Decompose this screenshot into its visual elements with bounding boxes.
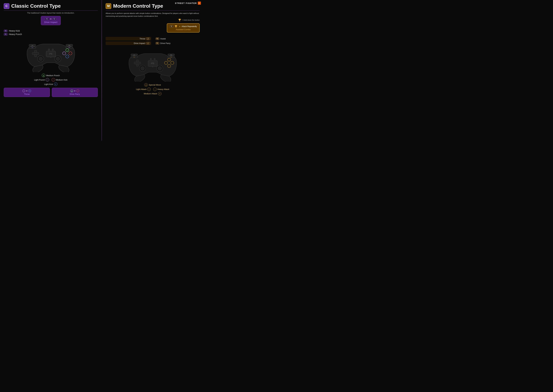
svg-point-40 — [141, 66, 145, 70]
classic-light-punch-item: Light Punch □ — [34, 78, 49, 82]
modern-light-attack-label: Light Attack — [136, 88, 147, 91]
modern-throw-label: Throw — [140, 38, 145, 40]
modern-title: Modern Control Type — [113, 3, 163, 9]
svg-text:□: □ — [64, 52, 65, 54]
modern-heavy-attack-label: Heavy Attack — [157, 88, 169, 91]
classic-medium-punch-label: Medium Punch — [46, 74, 60, 77]
modern-medium-attack-label: Medium Attack — [144, 92, 157, 95]
modern-drive-parry-label: Drive Parry — [160, 42, 170, 44]
svg-text:R2: R2 — [68, 45, 70, 46]
svg-rect-12 — [32, 52, 39, 55]
modern-drive-impact-label: Drive Impact — [134, 42, 145, 44]
classic-subtitle: The traditional 6 button layout that nee… — [4, 12, 98, 14]
classic-drive-parry-label: Drive Parry — [70, 93, 80, 95]
svg-point-8 — [39, 57, 43, 61]
classic-badge: C — [4, 3, 9, 9]
hold-icon: 🏆 — [178, 19, 181, 21]
classic-heavy-punch-row: R1 Heavy Punch — [4, 33, 98, 35]
classic-title: Classic Control Type — [11, 3, 61, 9]
svg-text:R2: R2 — [170, 54, 172, 56]
sf-icon: 6 — [198, 1, 201, 5]
classic-btn-map: △ Medium Punch Light Punch □ ○ Medium Ki… — [4, 74, 98, 86]
svg-text:○: ○ — [70, 52, 71, 54]
attack-repeatedly-label: Attack Repeatedly — [182, 25, 197, 28]
modern-light-attack-item: Light Attack □ — [136, 88, 151, 91]
svg-text:PS: PS — [151, 62, 154, 65]
svg-text:△: △ — [169, 59, 170, 61]
classic-drive-parry-box: △ + ○ Drive Parry — [52, 88, 98, 97]
assisted-combo-label: Assisted Combo — [176, 28, 191, 31]
classic-drive-impact-box: R1 + R2 Drive Impact — [41, 16, 61, 25]
svg-text:L2: L2 — [32, 45, 33, 46]
r2-badge: R2 — [4, 30, 8, 32]
svg-point-33 — [150, 63, 150, 64]
l2-gold-key: L2 — [146, 38, 150, 40]
classic-controller-area: PS △ — [4, 38, 98, 72]
r1-badge: R1 — [4, 33, 8, 35]
classic-dp-circle: ○ — [76, 90, 79, 92]
classic-circle-symbol: ○ — [52, 78, 55, 82]
modern-assist-row: R2 Assist — [154, 37, 200, 41]
assisted-combo-box: R2 🏆 + Attack Repeatedly Assisted Combo — [167, 23, 200, 33]
r2-key: R2 — [53, 18, 57, 20]
modern-triangle-row: △ Special Move — [106, 83, 200, 87]
classic-drive-impact-keys: R1 + R2 — [45, 18, 57, 20]
r1-gold-key: R1 — [156, 42, 159, 44]
classic-medium-kick-item: ○ Medium Kick — [52, 78, 67, 82]
classic-dp-tri: △ — [71, 90, 73, 92]
classic-throw-cross: × — [28, 90, 31, 92]
modern-shoulder-grid: Throw L2 R2 Assist Drive Impact L1 R1 Dr… — [106, 37, 200, 45]
svg-text:L1: L1 — [134, 56, 135, 58]
modern-badge: M — [106, 3, 111, 9]
classic-heavy-kick-row: R2 Heavy Kick — [4, 29, 98, 32]
modern-panel: M Modern Control Type Allows you to perf… — [102, 0, 203, 141]
classic-light-punch-label: Light Punch — [34, 79, 45, 81]
modern-controller-area: PS △ □ — [106, 47, 200, 82]
r1-key: R1 — [45, 18, 49, 20]
svg-rect-44 — [134, 62, 141, 64]
modern-drive-parry-row: R1 Drive Parry — [154, 42, 200, 45]
svg-text:△: △ — [67, 49, 68, 51]
r2-gold-key2: R2 — [156, 38, 159, 40]
modern-btn-map: △ Special Move Light Attack □ ○ Heavy At… — [106, 83, 200, 95]
svg-text:PS: PS — [49, 53, 52, 55]
svg-text:R1: R1 — [68, 47, 70, 48]
svg-point-30 — [52, 49, 54, 50]
brand-logo: STREET FIGHTER 6 — [175, 1, 201, 5]
classic-throw-label: Throw — [24, 93, 29, 95]
modern-controller-svg: PS △ □ — [126, 47, 179, 82]
svg-point-29 — [48, 49, 50, 50]
svg-point-42 — [158, 66, 162, 70]
svg-text:□: □ — [165, 62, 166, 64]
modern-circle-symbol: ○ — [153, 88, 157, 91]
svg-point-61 — [150, 58, 152, 60]
classic-mid-row: Light Punch □ ○ Medium Kick — [4, 78, 98, 82]
classic-cross-symbol: × — [54, 83, 57, 86]
svg-text:R1: R1 — [170, 56, 172, 58]
l1-gold-key: L1 — [146, 42, 150, 44]
classic-square-symbol: □ — [46, 78, 49, 82]
svg-point-10 — [56, 57, 60, 61]
classic-medium-kick-label: Medium Kick — [56, 79, 67, 81]
page-wrapper: STREET FIGHTER 6 C Classic Control Type … — [0, 0, 203, 141]
classic-controller-svg: PS △ — [24, 38, 78, 72]
r2-gold-key: R2 — [170, 25, 174, 28]
hold-notice: 🏆 = Hold down the button — [106, 19, 200, 21]
modern-controller: PS △ □ — [126, 47, 179, 82]
svg-text:×: × — [67, 56, 68, 57]
modern-square-symbol: □ — [147, 88, 151, 91]
svg-point-63 — [152, 66, 153, 67]
classic-drive-impact-label: Drive Impact — [44, 21, 57, 23]
classic-throw-box: □ + × Throw — [4, 88, 50, 97]
modern-special-move-label: Special Move — [149, 84, 161, 86]
svg-point-62 — [154, 58, 155, 60]
modern-throw-row: Throw L2 — [106, 37, 151, 41]
svg-point-31 — [50, 57, 51, 58]
svg-text:×: × — [169, 65, 170, 67]
classic-tri-symbol: △ — [42, 74, 45, 77]
modern-mid-row: Light Attack □ ○ Heavy Attack — [106, 88, 200, 91]
svg-text:L1: L1 — [32, 47, 33, 48]
modern-tri-symbol: △ — [144, 83, 148, 87]
modern-assist-label: Assist — [160, 38, 166, 40]
assisted-combo-keys: R2 🏆 + Attack Repeatedly — [170, 25, 197, 28]
